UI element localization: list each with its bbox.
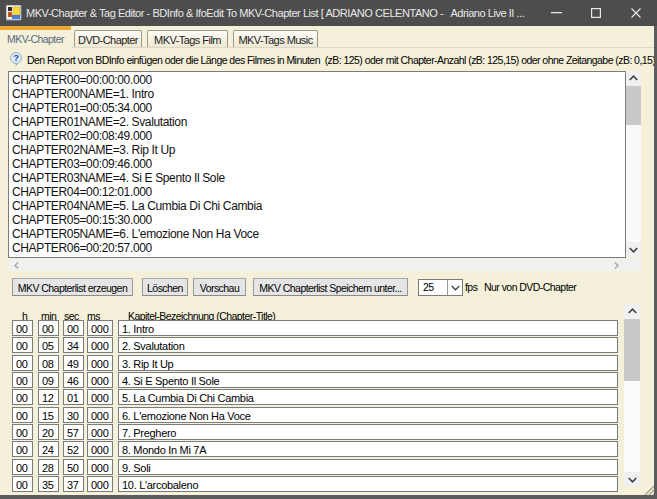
svg-text:?: ? xyxy=(13,52,19,63)
